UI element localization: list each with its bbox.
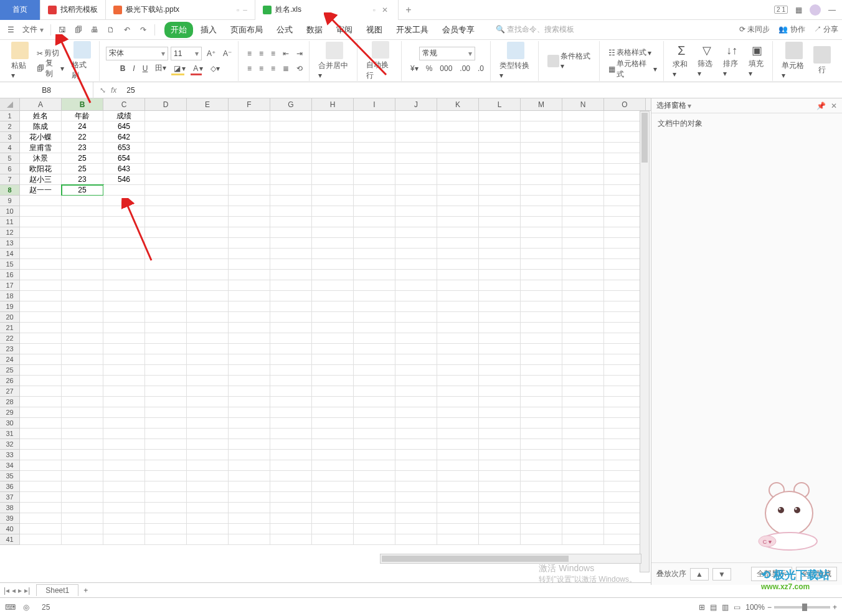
cell[interactable] [354,460,395,471]
cell[interactable] [437,503,479,513]
cell[interactable] [479,323,521,333]
cell[interactable] [229,365,270,376]
cell[interactable] [562,513,604,524]
paste-button[interactable]: 粘贴▾ [9,42,32,80]
cell[interactable] [187,227,229,238]
cell[interactable] [395,481,437,492]
cell[interactable] [229,291,270,301]
row-header[interactable]: 21 [0,323,20,333]
align-center-icon[interactable]: ≡ [257,62,266,75]
next-sheet-icon[interactable]: ▸ [18,586,22,595]
col-header[interactable]: K [437,98,479,110]
mode-icon[interactable]: ⌨ [5,603,16,612]
cell[interactable] [395,280,437,291]
cell[interactable] [229,206,270,217]
cell[interactable] [62,301,103,312]
cell[interactable] [479,312,521,323]
cell[interactable] [270,365,312,376]
cell[interactable] [479,291,521,301]
cell[interactable] [229,534,270,545]
cell[interactable] [62,344,103,354]
cell[interactable] [229,439,270,450]
row-header[interactable]: 15 [0,259,20,270]
cell[interactable] [20,323,62,333]
cell[interactable] [312,132,354,143]
cell[interactable] [437,534,479,545]
close-icon[interactable]: ✕ [382,6,390,14]
cell[interactable] [187,481,229,492]
cell[interactable]: 645 [103,121,145,132]
cell[interactable] [187,185,229,196]
cell[interactable] [270,301,312,312]
cell[interactable] [229,386,270,397]
cell[interactable] [103,492,145,503]
cell[interactable] [229,418,270,429]
cell[interactable] [270,513,312,524]
cell[interactable] [62,227,103,238]
menu-icon[interactable]: ☰ [4,23,17,37]
cell[interactable] [521,259,562,270]
cell[interactable] [521,376,562,386]
cell[interactable] [437,153,479,164]
cell[interactable] [20,471,62,481]
cell[interactable] [562,439,604,450]
cell[interactable] [270,354,312,365]
cell[interactable] [437,206,479,217]
cell[interactable] [20,397,62,407]
cell[interactable] [312,429,354,439]
cell[interactable] [479,164,521,174]
cell[interactable] [395,354,437,365]
vertical-scrollbar[interactable] [640,111,650,572]
cell[interactable] [354,386,395,397]
cell[interactable] [479,513,521,524]
cell[interactable] [312,524,354,534]
cell[interactable] [145,206,187,217]
cell[interactable] [187,323,229,333]
cell[interactable] [562,132,604,143]
cell[interactable] [479,196,521,206]
cell[interactable] [20,524,62,534]
cell[interactable] [270,270,312,280]
cell[interactable] [437,397,479,407]
row-header[interactable]: 23 [0,344,20,354]
cell[interactable] [270,206,312,217]
cell[interactable] [562,206,604,217]
cell[interactable] [145,471,187,481]
cell[interactable] [145,143,187,153]
cell[interactable] [354,333,395,344]
cell[interactable] [354,249,395,259]
cell[interactable] [20,354,62,365]
cell[interactable] [562,429,604,439]
cell[interactable] [437,291,479,301]
tab-pptx[interactable]: 极光下载站.pptx ▫ – [106,0,255,20]
cell[interactable] [229,344,270,354]
cell[interactable] [103,503,145,513]
zoom-control[interactable]: 100% − + [745,603,837,612]
cell[interactable] [354,196,395,206]
cell[interactable] [62,365,103,376]
cell[interactable] [437,249,479,259]
cell[interactable] [437,492,479,503]
cell[interactable] [187,280,229,291]
cell[interactable] [437,301,479,312]
cell[interactable] [229,354,270,365]
col-header[interactable]: L [479,98,521,110]
cell[interactable] [521,312,562,323]
cell[interactable] [62,481,103,492]
cell[interactable] [437,185,479,196]
cell[interactable] [562,249,604,259]
cell[interactable] [479,259,521,270]
cell[interactable] [312,503,354,513]
row-header[interactable]: 37 [0,492,20,503]
cell[interactable] [270,291,312,301]
cell[interactable] [62,259,103,270]
cell[interactable] [312,460,354,471]
cell[interactable] [229,249,270,259]
cell[interactable] [437,270,479,280]
restore-icon[interactable]: ▫ [237,6,239,14]
cell[interactable] [229,323,270,333]
underline-icon[interactable]: U [140,62,151,75]
cell[interactable] [437,450,479,460]
cell[interactable] [270,111,312,121]
cell[interactable] [562,153,604,164]
